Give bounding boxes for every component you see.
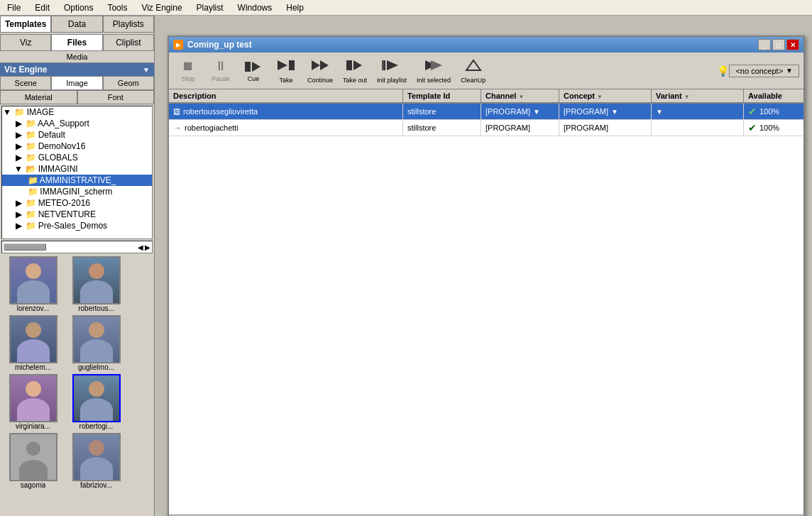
td-template-id: stillstore [403, 120, 481, 136]
person-head [89, 440, 104, 456]
tree-label: Default [38, 130, 65, 140]
col-channel[interactable]: Channel ▼ [481, 89, 559, 102]
col-template-id[interactable]: Template Id [403, 89, 481, 102]
playlist-window: ▶ Coming_up test _ □ ✕ ⏹ Stop ⏸ Pause [168, 35, 805, 516]
scroll-right-icon[interactable]: ▶ [145, 243, 150, 251]
playlist-title: Coming_up test [187, 40, 252, 50]
col-concept[interactable]: Concept ▼ [559, 89, 652, 102]
tree-item-default[interactable]: ▶ 📁 Default [2, 129, 152, 141]
tree-item-immagini[interactable]: ▼ 📂 IMMAGINI [2, 163, 152, 175]
concept-dropdown-icon: ▼ [786, 67, 793, 75]
concept-label: <no concept> [735, 67, 783, 75]
menu-edit[interactable]: Edit [31, 2, 54, 13]
sub-tab-geom[interactable]: Geom [103, 76, 154, 89]
init-selected-button[interactable]: Init selected [413, 55, 454, 86]
take-label: Take [279, 77, 292, 84]
folder-icon: 📁 [26, 209, 35, 219]
main-area: ▶ Coming_up test _ □ ✕ ⏹ Stop ⏸ Pause [155, 16, 812, 516]
thumb-michelem[interactable]: michelem... [3, 315, 63, 371]
tab-files[interactable]: Files [51, 34, 102, 50]
sub-tab-font[interactable]: Font [77, 90, 155, 104]
menu-playlist[interactable]: Playlist [192, 2, 228, 13]
person-head [26, 381, 41, 397]
tree-scrollbar[interactable]: ◀ ▶ [1, 241, 153, 253]
stop-icon: ⏹ [182, 59, 194, 75]
thumb-lorenzov[interactable]: lorenzov... [3, 256, 63, 312]
col-variant[interactable]: Variant ▼ [652, 89, 744, 102]
table-row[interactable]: 🖼 robertousseglioviretta stillstore [PRO… [169, 104, 803, 120]
folder-icon: 📁 [26, 153, 35, 163]
td-channel: [PROGRAM] ▼ [481, 104, 559, 119]
maximize-button[interactable]: □ [772, 39, 785, 50]
tree-label: IMMAGINI_scherm [40, 187, 112, 197]
tree-item-demonov16[interactable]: ▶ 📁 DemoNov16 [2, 141, 152, 152]
person-body [80, 457, 113, 480]
stop-button[interactable]: ⏹ Stop [173, 57, 203, 84]
menu-file[interactable]: File [3, 2, 25, 13]
folder-icon: 📁 [26, 198, 35, 208]
tab-playlists[interactable]: Playlists [103, 16, 154, 32]
toolbar: ⏹ Stop ⏸ Pause Cue Take [169, 53, 803, 89]
expand-icon: ▶ [13, 119, 23, 128]
silhouette-body [19, 460, 48, 480]
tree-item-meteo[interactable]: ▶ 📁 METEO-2016 [2, 197, 152, 209]
sub-tab-image[interactable]: Image [51, 76, 102, 89]
viz-engine-header[interactable]: Viz Engine ▼ [0, 63, 154, 76]
tree-item-netventure[interactable]: ▶ 📁 NETVENTURE [2, 209, 152, 220]
concept-button[interactable]: <no concept> ▼ [729, 65, 799, 77]
thumb-virginiara[interactable]: virginiara... [3, 374, 63, 430]
thumb-label: robertous... [78, 304, 114, 312]
scrollbar-thumb[interactable] [4, 243, 46, 251]
table-container[interactable]: Description Template Id Channel ▼ Concep… [169, 89, 803, 515]
tree-root-image[interactable]: ▼ 📁 IMAGE [2, 106, 152, 118]
svg-marker-7 [353, 60, 362, 70]
table-row[interactable]: → robertogiachetti stillstore [PROGRAM] … [169, 120, 803, 136]
tree-item-globals[interactable]: ▶ 📁 GLOBALS [2, 152, 152, 163]
tree-item-amministrative[interactable]: 📁 AMMINISTRATIVE_ [2, 175, 152, 186]
tree-item-immagini-scherm[interactable]: 📁 IMMAGINI_scherm [2, 186, 152, 197]
thumb-robertous[interactable]: robertous... [66, 256, 126, 312]
thumb-image [72, 374, 121, 422]
tree-container[interactable]: ▼ 📁 IMAGE ▶ 📁 AAA_Support ▶ 📁 Default ▶ … [1, 106, 153, 239]
tree-item-aaa[interactable]: ▶ 📁 AAA_Support [2, 118, 152, 129]
scroll-left-icon[interactable]: ◀ [138, 243, 143, 251]
thumb-guglielmo[interactable]: guglielmo... [66, 315, 126, 371]
sub-tab-scene[interactable]: Scene [0, 76, 51, 89]
concept-selector: 💡 <no concept> ▼ [717, 65, 799, 77]
sub-tabs-row2: Material Font [0, 90, 154, 104]
take-button[interactable]: Take [271, 55, 301, 86]
tab-templates[interactable]: Templates [0, 16, 51, 32]
tab-cliplist[interactable]: Cliplist [103, 34, 154, 50]
tab-viz[interactable]: Viz [0, 34, 51, 50]
menu-help[interactable]: Help [282, 2, 308, 13]
minimize-button[interactable]: _ [758, 39, 771, 50]
thumb-label: lorenzov... [17, 304, 49, 312]
tree-label: Pre-Sales_Demos [38, 221, 107, 231]
cleanup-button[interactable]: CleanUp [457, 55, 489, 86]
col-description[interactable]: Description [169, 89, 403, 102]
menu-viz-engine[interactable]: Viz Engine [137, 2, 186, 13]
sub-tab-material[interactable]: Material [0, 90, 77, 104]
menu-windows[interactable]: Windows [234, 2, 277, 13]
pause-button[interactable]: ⏸ Pause [206, 57, 236, 84]
thumb-robertogi[interactable]: robertogi... [66, 374, 126, 430]
td-template-id: stillstore [403, 104, 481, 119]
tab-data[interactable]: Data [51, 16, 102, 32]
thumb-sagoma[interactable]: sagoma [3, 433, 63, 489]
tree-label: GLOBALS [38, 153, 78, 163]
tree-label: AAA_Support [38, 119, 89, 128]
tree-item-presales[interactable]: ▶ 📁 Pre-Sales_Demos [2, 220, 152, 231]
init-selected-label: Init selected [417, 77, 451, 84]
cue-button[interactable]: Cue [238, 57, 268, 84]
take-out-button[interactable]: Take out [339, 55, 371, 86]
continue-label: Continue [307, 77, 333, 84]
col-available[interactable]: Available [744, 89, 803, 102]
menu-tools[interactable]: Tools [103, 2, 131, 13]
continue-button[interactable]: Continue [304, 55, 336, 86]
thumb-fabriziov[interactable]: fabriziov... [66, 433, 126, 489]
close-button[interactable]: ✕ [786, 39, 799, 50]
tree-label: DemoNov16 [38, 141, 86, 151]
init-playlist-button[interactable]: Init playlist [373, 55, 410, 86]
check-icon: ✔ [748, 106, 757, 117]
menu-options[interactable]: Options [60, 2, 97, 13]
